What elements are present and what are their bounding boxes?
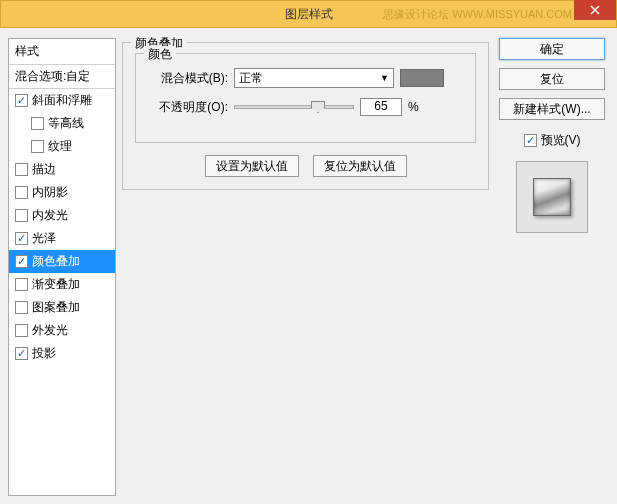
settings-panel: 颜色叠加 颜色 混合模式(B): 正常 ▼ 不透明度(O): 65	[122, 38, 489, 496]
styles-list-panel: 样式 混合选项:自定 斜面和浮雕等高线纹理描边内阴影内发光光泽颜色叠加渐变叠加图…	[8, 38, 116, 496]
new-style-button[interactable]: 新建样式(W)...	[499, 98, 605, 120]
preview-swatch	[533, 178, 571, 216]
ok-button[interactable]: 确定	[499, 38, 605, 60]
reset-default-button[interactable]: 复位为默认值	[313, 155, 407, 177]
style-item-label: 渐变叠加	[32, 276, 80, 293]
style-checkbox[interactable]	[15, 94, 28, 107]
style-item[interactable]: 投影	[9, 342, 115, 365]
style-item[interactable]: 颜色叠加	[9, 250, 115, 273]
style-item-label: 图案叠加	[32, 299, 80, 316]
close-button[interactable]	[574, 0, 616, 20]
style-item-label: 外发光	[32, 322, 68, 339]
blend-mode-label: 混合模式(B):	[150, 70, 228, 87]
preview-row[interactable]: 预览(V)	[524, 132, 581, 149]
style-item[interactable]: 描边	[9, 158, 115, 181]
preview-box	[516, 161, 588, 233]
chevron-down-icon: ▼	[380, 73, 389, 83]
blend-mode-select[interactable]: 正常 ▼	[234, 68, 394, 88]
style-item-label: 纹理	[48, 138, 72, 155]
style-checkbox[interactable]	[31, 140, 44, 153]
default-buttons-row: 设置为默认值 复位为默认值	[135, 155, 476, 177]
style-item[interactable]: 光泽	[9, 227, 115, 250]
style-checkbox[interactable]	[15, 163, 28, 176]
style-item-label: 描边	[32, 161, 56, 178]
title-bar: 图层样式 思缘设计论坛 WWW.MISSYUAN.COM	[0, 0, 617, 28]
watermark-text: 思缘设计论坛 WWW.MISSYUAN.COM	[383, 7, 572, 22]
color-swatch[interactable]	[400, 69, 444, 87]
style-item[interactable]: 等高线	[9, 112, 115, 135]
blend-options-row[interactable]: 混合选项:自定	[9, 65, 115, 89]
style-item[interactable]: 斜面和浮雕	[9, 89, 115, 112]
style-item-label: 内阴影	[32, 184, 68, 201]
actions-panel: 确定 复位 新建样式(W)... 预览(V)	[495, 38, 609, 496]
preview-label: 预览(V)	[541, 132, 581, 149]
style-checkbox[interactable]	[15, 301, 28, 314]
window-title: 图层样式	[285, 6, 333, 23]
preview-checkbox[interactable]	[524, 134, 537, 147]
opacity-label: 不透明度(O):	[150, 99, 228, 116]
style-item[interactable]: 图案叠加	[9, 296, 115, 319]
style-checkbox[interactable]	[15, 347, 28, 360]
blend-mode-value: 正常	[239, 70, 263, 87]
style-item-label: 颜色叠加	[32, 253, 80, 270]
dialog-content: 样式 混合选项:自定 斜面和浮雕等高线纹理描边内阴影内发光光泽颜色叠加渐变叠加图…	[0, 28, 617, 504]
style-checkbox[interactable]	[15, 278, 28, 291]
style-item-label: 光泽	[32, 230, 56, 247]
set-default-button[interactable]: 设置为默认值	[205, 155, 299, 177]
opacity-input[interactable]: 65	[360, 98, 402, 116]
style-item[interactable]: 渐变叠加	[9, 273, 115, 296]
style-item[interactable]: 内阴影	[9, 181, 115, 204]
style-item[interactable]: 内发光	[9, 204, 115, 227]
slider-thumb-icon[interactable]	[311, 101, 325, 113]
style-checkbox[interactable]	[15, 324, 28, 337]
close-icon	[590, 5, 600, 15]
style-checkbox[interactable]	[15, 186, 28, 199]
style-item-label: 投影	[32, 345, 56, 362]
style-checkbox[interactable]	[15, 232, 28, 245]
style-checkbox[interactable]	[31, 117, 44, 130]
style-item[interactable]: 外发光	[9, 319, 115, 342]
style-item-label: 斜面和浮雕	[32, 92, 92, 109]
style-checkbox[interactable]	[15, 209, 28, 222]
style-item[interactable]: 纹理	[9, 135, 115, 158]
style-checkbox[interactable]	[15, 255, 28, 268]
color-group: 颜色 混合模式(B): 正常 ▼ 不透明度(O): 65 %	[135, 53, 476, 143]
opacity-slider[interactable]	[234, 105, 354, 109]
styles-header: 样式	[9, 39, 115, 65]
color-group-title: 颜色	[144, 46, 176, 63]
color-overlay-group: 颜色叠加 颜色 混合模式(B): 正常 ▼ 不透明度(O): 65	[122, 42, 489, 190]
style-item-label: 等高线	[48, 115, 84, 132]
opacity-unit: %	[408, 100, 419, 114]
opacity-row: 不透明度(O): 65 %	[150, 98, 461, 116]
blend-mode-row: 混合模式(B): 正常 ▼	[150, 68, 461, 88]
style-item-label: 内发光	[32, 207, 68, 224]
cancel-button[interactable]: 复位	[499, 68, 605, 90]
